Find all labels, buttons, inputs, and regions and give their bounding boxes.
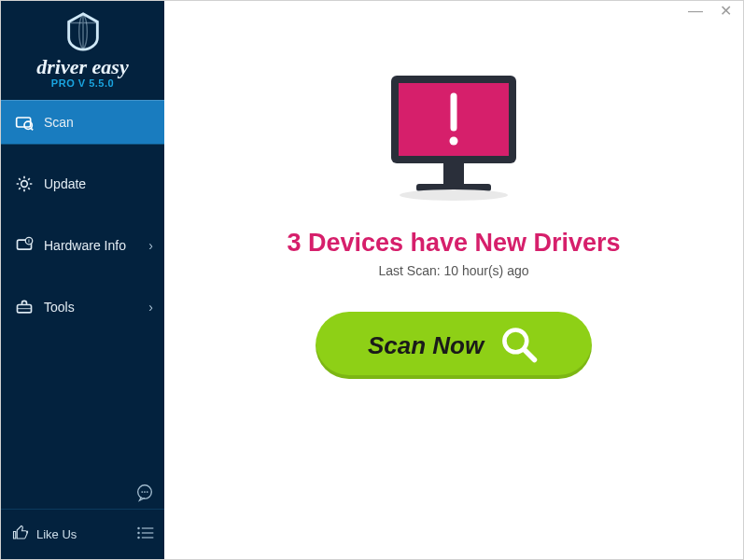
brand-version: PRO V 5.5.0 <box>1 77 164 89</box>
chat-icon[interactable] <box>134 483 155 507</box>
svg-rect-21 <box>443 163 464 184</box>
magnifier-icon <box>498 324 540 368</box>
svg-point-25 <box>450 137 458 146</box>
nav-item-scan[interactable]: Scan <box>1 100 164 145</box>
chevron-right-icon: › <box>148 238 153 253</box>
menu-icon[interactable] <box>136 525 155 543</box>
thumbs-up-icon <box>12 525 29 544</box>
scan-icon <box>14 112 35 133</box>
nav-item-hardware[interactable]: i Hardware Info › <box>1 223 164 268</box>
nav-label-update: Update <box>44 176 86 191</box>
minimize-button[interactable]: — <box>688 4 703 19</box>
svg-point-17 <box>137 537 140 539</box>
sidebar: driver easy PRO V 5.5.0 Scan Update i <box>1 1 164 559</box>
sidebar-nav: Scan Update i Hardware Info › Tools <box>1 100 164 346</box>
nav-label-tools: Tools <box>44 300 75 315</box>
nav-label-hardware: Hardware Info <box>44 238 126 253</box>
scan-now-button[interactable]: Scan Now <box>316 312 592 379</box>
toolbox-icon <box>14 297 35 317</box>
hardware-info-icon: i <box>14 235 35 256</box>
status-headline: 3 Devices have New Drivers <box>287 229 620 258</box>
svg-point-3 <box>21 181 28 188</box>
gear-icon <box>14 174 35 194</box>
scan-button-label: Scan Now <box>368 331 484 360</box>
svg-line-2 <box>31 128 34 131</box>
svg-point-15 <box>137 532 140 535</box>
svg-point-11 <box>144 491 146 493</box>
nav-label-scan: Scan <box>44 115 74 130</box>
main-panel: 3 Devices have New Drivers Last Scan: 10… <box>164 1 743 559</box>
nav-item-tools[interactable]: Tools › <box>1 285 164 329</box>
sidebar-bottom: Like Us <box>1 509 164 559</box>
nav-item-update[interactable]: Update <box>1 161 164 206</box>
like-us-label[interactable]: Like Us <box>36 527 77 541</box>
chevron-right-icon: › <box>148 300 153 315</box>
monitor-alert-icon <box>374 66 533 210</box>
svg-point-10 <box>141 491 143 493</box>
svg-point-23 <box>400 189 508 201</box>
brand-name: driver easy <box>1 55 164 79</box>
svg-point-13 <box>137 527 140 530</box>
close-button[interactable]: ✕ <box>720 4 732 19</box>
last-scan-text: Last Scan: 10 hour(s) ago <box>378 263 528 278</box>
svg-point-12 <box>147 491 148 493</box>
svg-line-27 <box>525 349 535 359</box>
window-titlebar: — ✕ <box>1 1 743 21</box>
